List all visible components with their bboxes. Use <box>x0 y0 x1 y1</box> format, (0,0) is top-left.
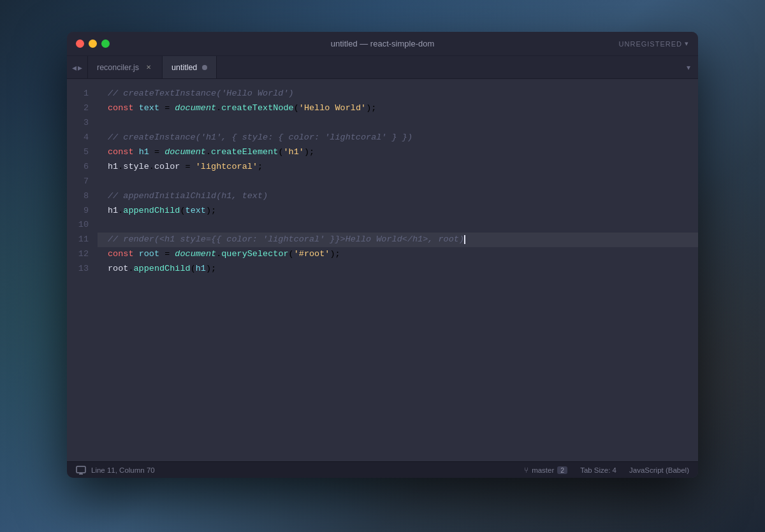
code-line-10 <box>98 218 698 233</box>
code-area[interactable]: // createTextInstance('Hello World') con… <box>98 79 698 461</box>
tab-close-reconciler[interactable]: ✕ <box>144 63 153 72</box>
status-left: Line 11, Column 70 <box>76 466 155 475</box>
language[interactable]: JavaScript (Babel) <box>629 466 689 474</box>
svg-rect-0 <box>76 466 85 473</box>
tab-untitled[interactable]: untitled <box>163 56 217 78</box>
line-num-8: 8 <box>67 189 89 204</box>
line-num-7: 7 <box>67 175 89 189</box>
traffic-lights <box>67 40 110 48</box>
tab-reconciler[interactable]: reconciler.js ✕ <box>88 56 163 78</box>
code-line-6: h1.style.color = 'lightcoral'; <box>98 160 698 175</box>
tab-dropdown-button[interactable]: ▾ <box>679 56 698 78</box>
code-line-4: // createInstance('h1', { style: { color… <box>98 131 698 145</box>
line-num-11: 11 <box>67 233 89 247</box>
code-line-12: const root = document.querySelector('#ro… <box>98 247 698 262</box>
line-num-12: 12 <box>67 247 89 262</box>
editor-window: untitled — react-simple-dom UNREGISTERED… <box>67 32 698 478</box>
editor-content: 1 2 3 4 5 6 7 8 9 10 11 12 13 // createT… <box>67 79 698 461</box>
close-button[interactable] <box>76 40 84 48</box>
dropdown-arrow-icon: ▾ <box>685 40 689 48</box>
unregistered-label: UNREGISTERED ▾ <box>619 40 689 48</box>
line-num-6: 6 <box>67 160 89 175</box>
line-num-10: 10 <box>67 218 89 233</box>
status-right: ⑂ master 2 Tab Size: 4 JavaScript (Babel… <box>524 466 689 475</box>
code-line-1: // createTextInstance('Hello World') <box>98 87 698 101</box>
cursor-position: Line 11, Column 70 <box>91 466 155 474</box>
code-line-2: const text = document.createTextNode('He… <box>98 101 698 116</box>
status-bar: Line 11, Column 70 ⑂ master 2 Tab Size: … <box>67 461 698 478</box>
line-num-5: 5 <box>67 145 89 160</box>
branch-info[interactable]: ⑂ master 2 <box>524 466 567 475</box>
code-line-8: // appendInitialChild(h1, text) <box>98 189 698 204</box>
branch-icon: ⑂ <box>524 466 528 475</box>
text-cursor <box>464 235 465 245</box>
nav-left-icon: ◂ <box>72 63 76 72</box>
line-num-9: 9 <box>67 204 89 219</box>
line-num-4: 4 <box>67 131 89 145</box>
code-line-13: root.appendChild(h1); <box>98 262 698 277</box>
tab-nav[interactable]: ◂ ▸ <box>67 56 88 78</box>
tab-size[interactable]: Tab Size: 4 <box>580 466 616 474</box>
maximize-button[interactable] <box>101 40 110 48</box>
line-num-1: 1 <box>67 87 89 101</box>
minimize-button[interactable] <box>89 40 97 48</box>
screen-icon <box>76 466 86 475</box>
tab-reconciler-label: reconciler.js <box>97 63 139 72</box>
line-num-3: 3 <box>67 116 89 131</box>
code-line-5: const h1 = document.createElement('h1'); <box>98 145 698 160</box>
branch-name: master <box>532 466 554 474</box>
window-title: untitled — react-simple-dom <box>331 39 435 48</box>
tab-bar: ◂ ▸ reconciler.js ✕ untitled ▾ <box>67 56 698 79</box>
code-line-11: // render(<h1 style={{ color: 'lightcora… <box>98 233 698 247</box>
branch-count: 2 <box>557 466 567 474</box>
line-num-13: 13 <box>67 262 89 277</box>
tab-modified-dot <box>202 65 207 70</box>
tab-untitled-label: untitled <box>171 63 197 72</box>
code-line-9: h1.appendChild(text); <box>98 204 698 219</box>
code-line-3 <box>98 116 698 131</box>
code-line-7 <box>98 175 698 189</box>
line-num-2: 2 <box>67 101 89 116</box>
nav-right-icon: ▸ <box>78 63 82 72</box>
line-numbers: 1 2 3 4 5 6 7 8 9 10 11 12 13 <box>67 79 98 461</box>
title-bar: untitled — react-simple-dom UNREGISTERED… <box>67 32 698 56</box>
